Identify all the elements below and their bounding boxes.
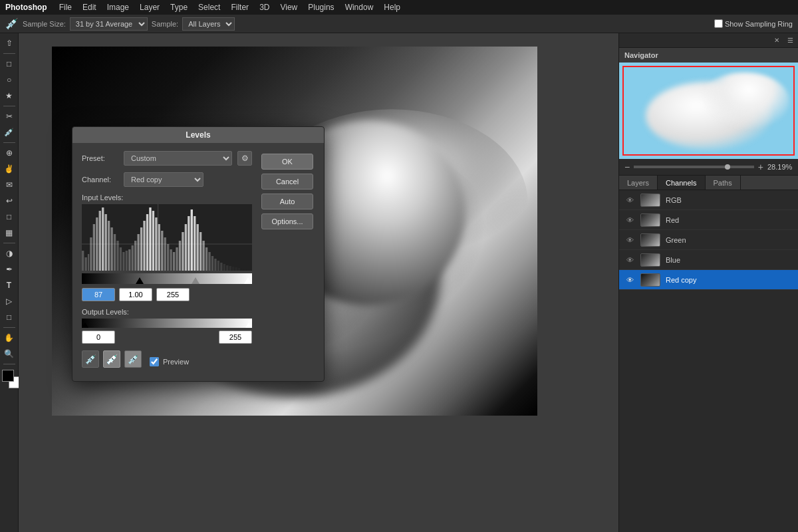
brush-tool[interactable]: ✌	[2, 162, 17, 176]
foreground-color-swatch[interactable]	[2, 370, 14, 382]
panel-menu-button[interactable]: ☰	[785, 35, 795, 46]
zoom-slider[interactable]	[634, 166, 754, 168]
type-tool[interactable]: T	[2, 278, 17, 293]
channel-label-green: Green	[666, 236, 686, 244]
tab-paths[interactable]: Paths	[706, 176, 741, 190]
input-slider-track[interactable]	[82, 273, 252, 284]
healing-tool[interactable]: ⊕	[2, 146, 17, 160]
tool-divider-4	[3, 243, 15, 243]
history-brush-tool[interactable]: ↩	[2, 194, 17, 208]
right-panel: ✕ ☰ Navigator − + 28.19% L	[618, 33, 798, 532]
shape-tool[interactable]: □	[2, 310, 17, 325]
channel-eye-green[interactable]: 👁	[624, 235, 635, 245]
channel-label-blue: Blue	[666, 256, 680, 264]
channel-eye-red-copy[interactable]: 👁	[624, 275, 635, 285]
show-sampling-ring-checkbox[interactable]	[714, 19, 723, 28]
fg-bg-colors[interactable]	[2, 370, 17, 388]
menu-plugins[interactable]: Plugins	[303, 1, 339, 13]
input-white-handle[interactable]	[244, 277, 252, 284]
app-name: Photoshop	[3, 3, 54, 12]
tab-layers[interactable]: Layers	[619, 176, 658, 190]
gradient-tool[interactable]: ▦	[2, 225, 17, 240]
menu-view[interactable]: View	[275, 1, 303, 13]
histogram-wrapper: 87 1.00 255	[82, 204, 252, 301]
channel-eye-rgb[interactable]: 👁	[624, 195, 635, 205]
eyedropper-tool[interactable]: 💉	[2, 125, 17, 140]
ok-button[interactable]: OK	[261, 154, 313, 170]
svg-rect-34	[167, 244, 169, 271]
preset-select[interactable]: Custom	[124, 151, 232, 166]
path-select-tool[interactable]: ▷	[2, 294, 17, 309]
hand-tool[interactable]: ✋	[2, 331, 17, 345]
svg-rect-42	[191, 209, 193, 271]
cancel-button[interactable]: Cancel	[261, 174, 313, 190]
menu-edit[interactable]: Edit	[77, 1, 102, 13]
menu-help[interactable]: Help	[378, 1, 406, 13]
output-slider-track[interactable]	[82, 319, 252, 328]
svg-rect-60	[244, 269, 246, 271]
black-point-eyedropper[interactable]: 💉	[82, 350, 99, 368]
input-mid-handle[interactable]	[192, 277, 200, 284]
channel-red[interactable]: 👁 Red	[619, 210, 798, 230]
output-black-value[interactable]: 0	[82, 331, 115, 344]
menu-select[interactable]: Select	[193, 1, 225, 13]
svg-rect-50	[214, 259, 216, 271]
preview-checkbox[interactable]	[150, 357, 159, 366]
eraser-tool[interactable]: □	[2, 209, 17, 224]
svg-rect-36	[173, 252, 175, 271]
eyedropper-tool-icon[interactable]: 💉	[5, 17, 19, 30]
levels-titlebar[interactable]: Levels	[72, 127, 324, 143]
preset-gear-button[interactable]: ⚙	[237, 151, 252, 166]
marquee-tool[interactable]: □	[2, 57, 17, 71]
menu-3d[interactable]: 3D	[254, 1, 275, 13]
input-black-value[interactable]: 87	[82, 288, 115, 301]
channel-blue[interactable]: 👁 Blue	[619, 250, 798, 270]
output-white-value[interactable]: 255	[219, 331, 252, 344]
zoom-tool[interactable]: 🔍	[2, 346, 17, 361]
close-panel-button[interactable]: ✕	[771, 35, 782, 46]
input-white-value[interactable]: 255	[156, 288, 190, 301]
output-black-handle[interactable]	[82, 323, 88, 328]
channel-rgb[interactable]: 👁 RGB	[619, 190, 798, 210]
svg-rect-9	[93, 224, 95, 271]
menu-layer[interactable]: Layer	[134, 1, 165, 13]
pen-tool[interactable]: ✒	[2, 262, 17, 277]
gray-point-eyedropper[interactable]: 💉	[103, 350, 120, 368]
sample-size-select[interactable]: 31 by 31 Average	[70, 17, 148, 31]
quick-select-tool[interactable]: ★	[2, 88, 17, 103]
sample-label: Sample:	[152, 20, 178, 28]
tab-channels[interactable]: Channels	[658, 176, 705, 190]
channel-green[interactable]: 👁 Green	[619, 230, 798, 250]
svg-rect-11	[99, 211, 101, 271]
channel-label-red: Red	[666, 216, 679, 224]
input-mid-value[interactable]: 1.00	[119, 288, 152, 301]
zoom-slider-thumb[interactable]	[725, 164, 730, 170]
options-button[interactable]: Options...	[261, 213, 313, 229]
auto-button[interactable]: Auto	[261, 194, 313, 209]
crop-tool[interactable]: ✂	[2, 109, 17, 124]
channel-select[interactable]: Red copy RGB Red Green Blue	[124, 172, 203, 187]
sample-select[interactable]: All Layers	[182, 17, 235, 31]
svg-rect-27	[146, 214, 148, 271]
menu-window[interactable]: Window	[340, 1, 379, 13]
dodge-tool[interactable]: ◑	[2, 246, 17, 261]
channel-eye-red[interactable]: 👁	[624, 215, 635, 225]
levels-title: Levels	[186, 130, 210, 140]
move-tool[interactable]: ⇧	[2, 36, 17, 51]
left-toolbar: ⇧ □ ○ ★ ✂ 💉 ⊕ ✌ ✉ ↩ □ ▦ ◑ ✒ T ▷ □ ✋ 🔍	[0, 33, 19, 532]
zoom-in-button[interactable]: +	[758, 162, 763, 172]
clone-tool[interactable]: ✉	[2, 178, 17, 192]
menu-filter[interactable]: Filter	[225, 1, 254, 13]
menu-image[interactable]: Image	[102, 1, 134, 13]
channel-eye-blue[interactable]: 👁	[624, 255, 635, 265]
channel-label: Channel:	[82, 176, 118, 184]
lasso-tool[interactable]: ○	[2, 72, 17, 87]
input-black-handle[interactable]	[136, 277, 144, 284]
menu-file[interactable]: File	[54, 1, 77, 13]
output-white-handle[interactable]	[245, 323, 252, 328]
channel-red-copy[interactable]: 👁 Red copy	[619, 270, 798, 290]
zoom-out-button[interactable]: −	[624, 162, 630, 172]
svg-rect-33	[164, 237, 166, 271]
white-point-eyedropper[interactable]: 💉	[124, 350, 142, 368]
menu-type[interactable]: Type	[165, 1, 193, 13]
